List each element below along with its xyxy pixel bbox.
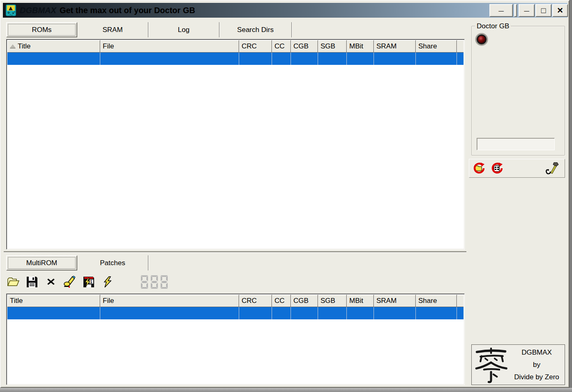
delete-button[interactable]: ✕	[44, 275, 58, 289]
column-header-share[interactable]: Share	[416, 40, 457, 53]
selected-cell	[291, 53, 318, 65]
save-button[interactable]	[25, 275, 39, 289]
column-header-mbit[interactable]: MBit	[347, 40, 374, 53]
selected-cell	[239, 307, 272, 319]
column-header-filler	[457, 295, 464, 307]
seven-segment-digit	[140, 274, 149, 290]
rom-table-header: Title File CRC CC CGB SGB MBit SRAM Shar…	[7, 40, 464, 53]
doctor-gb-title: Doctor GB	[475, 22, 511, 30]
screen-right-edge	[570, 0, 572, 388]
write-pen-icon	[63, 276, 76, 288]
column-label: CGB	[293, 42, 309, 50]
screen-bottom-edge	[0, 388, 572, 392]
reload-cartridge-icon	[490, 162, 503, 175]
column-label: SRAM	[376, 297, 397, 305]
selected-cell	[416, 307, 457, 319]
multirom-toolbar: ✕ 1	[6, 272, 464, 292]
column-header-title[interactable]: Title	[7, 40, 100, 53]
minimize-button[interactable]: _	[519, 4, 535, 17]
close-button[interactable]: ×	[552, 4, 568, 17]
tab-multirom[interactable]: MultiROM	[6, 255, 77, 271]
app-subtitle: Get the max out of your Doctor GB	[60, 6, 195, 15]
write-button[interactable]	[63, 275, 77, 289]
column-header-share[interactable]: Share	[416, 295, 457, 307]
tab-patches-label: Patches	[100, 259, 125, 267]
column-label: Title	[10, 297, 23, 305]
bottom-tab-strip: MultiROM Patches	[6, 255, 148, 271]
column-label: Share	[418, 297, 437, 305]
column-label: SGB	[321, 297, 335, 305]
column-header-sgb[interactable]: SGB	[318, 40, 347, 53]
column-label: SRAM	[376, 42, 397, 50]
selected-row-empty[interactable]	[7, 53, 464, 65]
open-folder-icon	[7, 277, 20, 287]
column-header-cc[interactable]: CC	[272, 295, 291, 307]
reload-folder-button[interactable]	[471, 161, 485, 175]
column-header-sram[interactable]: SRAM	[374, 295, 416, 307]
column-label: File	[103, 297, 114, 305]
status-led-icon	[477, 34, 487, 44]
column-header-crc[interactable]: CRC	[239, 40, 272, 53]
column-label: Share	[418, 42, 437, 50]
column-header-cgb[interactable]: CGB	[291, 40, 318, 53]
rom-table[interactable]: Title File CRC CC CGB SGB MBit SRAM Shar…	[6, 39, 465, 250]
lightning-icon	[102, 276, 113, 288]
selected-cell	[7, 307, 100, 319]
lightning-button[interactable]	[101, 275, 115, 289]
open-folder-button[interactable]	[6, 275, 20, 289]
maximize-icon: □	[541, 6, 546, 15]
tools-hammer-icon	[545, 161, 559, 175]
column-header-mbit[interactable]: MBit	[347, 295, 374, 307]
column-label: MBit	[349, 297, 363, 305]
column-header-cc[interactable]: CC	[272, 40, 291, 53]
maximize-button[interactable]: □	[535, 4, 551, 17]
flash-save-button[interactable]: 1	[82, 275, 96, 289]
doctor-gb-groupbox: Doctor GB	[471, 26, 565, 156]
seven-segment-digit	[160, 274, 168, 290]
selected-cell	[272, 53, 291, 65]
tab-log[interactable]: Log	[148, 22, 219, 37]
title-bar[interactable]: DGBMAXGet the max out of your Doctor GB	[3, 3, 567, 18]
tab-sram[interactable]: SRAM	[77, 22, 148, 37]
minimize-to-tray-button[interactable]: _	[489, 4, 513, 17]
column-header-sgb[interactable]: SGB	[318, 295, 347, 307]
selected-cell	[239, 53, 272, 65]
column-label: Title	[18, 42, 31, 50]
app-icon	[5, 4, 16, 16]
button-separator	[514, 4, 517, 17]
selected-cell	[347, 307, 374, 319]
save-disk-icon	[26, 276, 38, 288]
tab-roms[interactable]: ROMs	[6, 22, 77, 37]
tools-button[interactable]	[545, 161, 559, 175]
column-header-sram[interactable]: SRAM	[374, 40, 416, 53]
column-header-crc[interactable]: CRC	[239, 295, 272, 307]
column-header-file[interactable]: File	[100, 40, 239, 53]
credit-text: DGBMAX by Divide by Zero	[509, 346, 565, 383]
selected-cell	[100, 307, 239, 319]
tab-multirom-label: MultiROM	[26, 259, 58, 267]
column-label: CC	[274, 42, 285, 50]
column-label: CRC	[242, 297, 257, 305]
tab-patches[interactable]: Patches	[77, 255, 148, 271]
tab-search-dirs[interactable]: Search Dirs	[219, 22, 292, 37]
column-label: MBit	[349, 42, 363, 50]
svg-text:1: 1	[90, 280, 92, 284]
column-header-filler	[457, 40, 464, 53]
seven-segment-digit	[150, 274, 159, 290]
column-label: CRC	[242, 42, 257, 50]
selected-cell	[272, 307, 291, 319]
doctor-gb-status-field[interactable]	[477, 138, 555, 150]
column-header-title[interactable]: Title	[7, 295, 100, 307]
selected-cell	[318, 53, 347, 65]
column-label: CGB	[293, 297, 309, 305]
multirom-table[interactable]: Title File CRC CC CGB SGB MBit SRAM Shar…	[6, 293, 465, 385]
column-header-file[interactable]: File	[100, 295, 239, 307]
column-header-cgb[interactable]: CGB	[291, 295, 318, 307]
selected-row-empty[interactable]	[7, 307, 464, 319]
app-window: DGBMAXGet the max out of your Doctor GB …	[0, 0, 570, 388]
column-label: File	[103, 42, 114, 50]
reload-cartridge-button[interactable]	[489, 161, 503, 175]
selected-cell	[291, 307, 318, 319]
minimize-icon: _	[524, 2, 529, 13]
credit-line-1: DGBMAX	[509, 346, 565, 359]
